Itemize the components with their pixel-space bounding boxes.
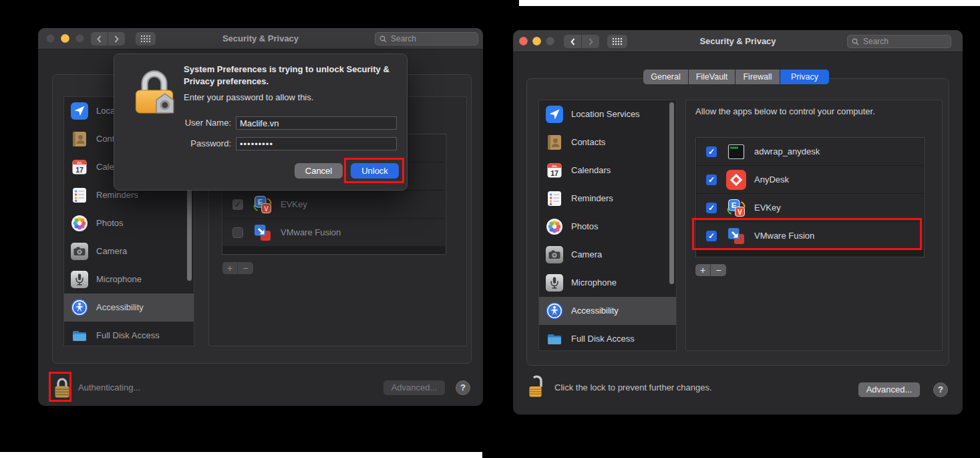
tab-firewall[interactable]: Firewall [736, 70, 780, 84]
checkbox-checked[interactable]: ✓ [706, 231, 717, 241]
search-input[interactable] [862, 36, 935, 47]
table-row-evkey[interactable]: ✓ EV EVKey [223, 191, 445, 219]
sidebar-item-photos[interactable]: Photos [539, 213, 676, 241]
dialog-message: Enter your password to allow this. [184, 92, 401, 102]
status-text: Authenticating... [78, 382, 140, 392]
cancel-button[interactable]: Cancel [295, 163, 343, 179]
checkbox-checked[interactable]: ✓ [232, 199, 243, 210]
table-row-evkey[interactable]: ✓ EV EVKey [697, 194, 923, 222]
reminders-icon [71, 187, 88, 204]
anydesk-icon [726, 170, 746, 190]
sidebar-item-microphone[interactable]: Microphone [539, 269, 676, 297]
password-label: Password: [164, 137, 231, 150]
app-name: VMware Fusion [754, 222, 814, 250]
sidebar-item-accessibility[interactable]: Accessibility [539, 297, 676, 325]
sidebar-item-reminders[interactable]: Reminders [539, 185, 676, 213]
tab-general[interactable]: General [643, 70, 688, 84]
sidebar-item-camera[interactable]: Camera [64, 237, 194, 265]
microphone-icon [71, 271, 88, 288]
tab-privacy[interactable]: Privacy [780, 70, 829, 84]
vmware-fusion-icon [726, 226, 746, 246]
advanced-button[interactable]: Advanced... [858, 382, 920, 397]
checkbox-checked[interactable]: ✓ [706, 146, 717, 157]
sidebar-item-contacts[interactable]: Contacts [539, 128, 676, 156]
sidebar-item-calendars[interactable]: JUL17 Calendars [539, 156, 676, 185]
table-row-adwrap-anydesk[interactable]: ✓ adwrap_anydesk [697, 138, 923, 166]
lock-hint-text: Click the lock to prevent further change… [554, 382, 712, 392]
sidebar-item-label: Accessibility [571, 297, 619, 325]
sidebar-item-camera[interactable]: Camera [539, 241, 676, 269]
location-services-icon [71, 102, 88, 120]
unlock-button[interactable]: Unlock [351, 163, 399, 179]
sidebar-item-label: Photos [96, 209, 123, 237]
table-row-vmware-fusion[interactable]: VMware Fusion [223, 219, 445, 247]
lock-closed-icon[interactable] [53, 375, 71, 403]
advanced-button[interactable]: Advanced... [383, 380, 445, 395]
sidebar-item-full-disk-access[interactable]: Full Disk Access [64, 322, 194, 346]
sidebar-item-accessibility[interactable]: Accessibility [64, 294, 194, 322]
contacts-icon [71, 130, 88, 148]
right-window: Security & Privacy General FileVault Fir… [513, 30, 963, 415]
sidebar-item-label: Photos [571, 213, 598, 241]
lock-open-icon[interactable] [528, 374, 549, 405]
search-field[interactable] [375, 32, 478, 45]
sidebar-item-label: Full Disk Access [571, 325, 635, 351]
add-app-button[interactable]: + [695, 264, 711, 276]
checkbox-unchecked[interactable] [232, 227, 243, 238]
search-icon [852, 38, 859, 45]
checkbox-checked[interactable]: ✓ [706, 203, 717, 213]
sidebar-item-photos[interactable]: Photos [64, 209, 194, 237]
dialog-title: System Preferences is trying to unlock S… [184, 64, 401, 87]
app-name: EVKey [754, 194, 781, 222]
sidebar-item-full-disk-access[interactable]: Full Disk Access [539, 325, 676, 351]
panel-heading: Allow the apps below to control your com… [695, 106, 875, 116]
sidebar-item-microphone[interactable]: Microphone [64, 265, 194, 294]
username-label: User Name: [164, 116, 231, 130]
remove-app-button[interactable]: − [238, 262, 253, 274]
sidebar-item-label: Microphone [96, 265, 142, 294]
calendars-icon: JUL17 [71, 158, 88, 176]
camera-icon [71, 243, 88, 260]
search-icon [379, 35, 387, 43]
svg-text:17: 17 [75, 166, 84, 174]
sidebar-item-location-services[interactable]: Location Services [539, 100, 676, 128]
search-field[interactable] [847, 35, 951, 48]
svg-text:JUL: JUL [77, 161, 82, 164]
search-input[interactable] [389, 33, 463, 44]
sidebar-scrollbar[interactable] [669, 102, 674, 284]
microphone-icon [546, 274, 563, 292]
table-row-anydesk[interactable]: ✓ AnyDesk [697, 166, 923, 194]
camera-icon [546, 246, 563, 263]
sidebar-item-label: Accessibility [96, 294, 144, 322]
checkbox-checked[interactable]: ✓ [706, 175, 717, 185]
help-button[interactable]: ? [456, 380, 470, 395]
app-name: VMware Fusion [281, 219, 341, 247]
white-margin-bottom [0, 452, 482, 458]
svg-text:V: V [264, 205, 269, 213]
svg-text:JUL: JUL [552, 164, 557, 168]
accessibility-icon [546, 302, 563, 320]
sidebar-item-label: Microphone [571, 269, 617, 297]
tab-bar: General FileVault Firewall Privacy [643, 70, 829, 84]
app-name: adwrap_anydesk [754, 138, 820, 166]
table-row-vmware-fusion[interactable]: ✓ VMware Fusion [697, 222, 923, 250]
evkey-icon: EV [726, 198, 746, 218]
photos-icon [546, 218, 563, 235]
white-margin-top [519, 0, 980, 6]
add-app-button[interactable]: + [222, 262, 238, 274]
terminal-app-icon [726, 142, 746, 162]
svg-text:V: V [738, 209, 742, 216]
sidebar-item-label: Contacts [571, 128, 605, 156]
evkey-icon: EV [253, 195, 273, 215]
calendars-icon: JUL17 [546, 162, 563, 179]
location-services-icon [546, 106, 563, 123]
help-button[interactable]: ? [933, 382, 948, 397]
sidebar-item-label: Full Disk Access [96, 322, 160, 346]
username-field[interactable] [236, 116, 397, 130]
password-field[interactable] [236, 137, 397, 150]
accessibility-icon [71, 299, 88, 316]
app-name: EVKey [281, 191, 307, 219]
photos-icon [71, 215, 88, 232]
remove-app-button[interactable]: − [711, 264, 726, 276]
tab-filevault[interactable]: FileVault [689, 70, 735, 84]
